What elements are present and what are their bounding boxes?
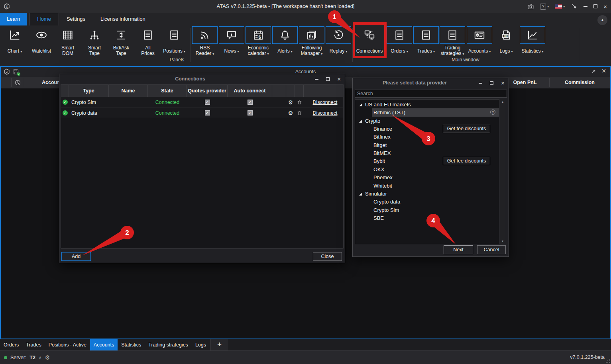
bottom-tab-orders[interactable]: Orders bbox=[0, 339, 22, 350]
dialog-maximize-button[interactable] bbox=[490, 81, 493, 85]
quotes-checkbox[interactable]: ✓ bbox=[187, 97, 228, 108]
pin-icon[interactable] bbox=[571, 3, 578, 10]
ribbon-button-statistics[interactable]: Statistics▾ bbox=[519, 26, 546, 63]
ribbon-button-all-prices[interactable]: AllPrices bbox=[135, 26, 161, 63]
ribbon-button-trades[interactable]: Trades▾ bbox=[413, 26, 439, 63]
tree-item-binance[interactable]: BinanceGet fee discounts bbox=[356, 125, 499, 133]
column-header-type[interactable]: Type bbox=[69, 85, 109, 97]
next-button[interactable]: Next bbox=[444, 245, 473, 254]
scroll-down-icon[interactable]: ▼ bbox=[500, 239, 505, 244]
tree-item-rithmic-tst[interactable]: Rithmic (TST)? bbox=[356, 109, 499, 117]
tree-item-sbe[interactable]: SBE bbox=[356, 214, 499, 222]
dialog-minimize-button[interactable] bbox=[315, 79, 318, 80]
menu-tab-license-information[interactable]: License information bbox=[93, 13, 153, 25]
disconnect-link[interactable]: Disconnect bbox=[304, 97, 346, 108]
dialog-maximize-button[interactable] bbox=[326, 77, 330, 81]
tree-expander-icon[interactable] bbox=[359, 103, 362, 106]
search-input[interactable] bbox=[355, 90, 507, 98]
cancel-button[interactable]: Cancel bbox=[477, 245, 506, 254]
ribbon-button-smart-dom[interactable]: SmartDOM bbox=[55, 26, 81, 63]
column-header-gear[interactable] bbox=[286, 85, 295, 97]
disconnect-link[interactable]: Disconnect bbox=[304, 108, 346, 118]
ribbon-button-trading-strategies[interactable]: Tradingstrategies▾ bbox=[439, 26, 466, 63]
maximize-button[interactable] bbox=[593, 4, 597, 8]
resize-grip[interactable] bbox=[605, 358, 610, 363]
ribbon-button-economic-calendar[interactable]: $Economiccalendar▾ bbox=[245, 26, 271, 63]
menu-tab-settings[interactable]: Settings bbox=[59, 13, 93, 25]
tree-item-crypto-data[interactable]: Crypto data bbox=[356, 198, 499, 206]
chevron-up-icon[interactable]: ∧ bbox=[39, 355, 41, 360]
bottom-tab-trades[interactable]: Trades bbox=[22, 339, 45, 350]
add-connection-button[interactable]: Add bbox=[61, 252, 91, 261]
get-fee-discounts-button[interactable]: Get fee discounts bbox=[443, 125, 490, 133]
ribbon-button-orders[interactable]: Orders▾ bbox=[386, 26, 413, 63]
tree-expander-icon[interactable] bbox=[359, 119, 362, 123]
screenshot-camera-icon[interactable] bbox=[527, 3, 534, 10]
auto-checkbox[interactable]: ✓ bbox=[228, 97, 272, 108]
panel-close-icon[interactable]: ✕ bbox=[601, 68, 606, 74]
tree-item-okx[interactable]: OKX bbox=[356, 166, 499, 174]
column-header-commission[interactable]: Commission bbox=[549, 77, 610, 88]
collapse-ribbon-button[interactable]: ▲ bbox=[597, 15, 607, 25]
save-layout-icon[interactable]: ✓ bbox=[12, 68, 20, 75]
ribbon-button-chart[interactable]: Chart▾ bbox=[2, 26, 28, 63]
language-flag-button[interactable]: ▾ bbox=[555, 4, 565, 9]
bottom-tab-accounts[interactable]: Accounts bbox=[90, 339, 118, 350]
close-dialog-button[interactable]: Close bbox=[313, 252, 342, 261]
settings-gear-icon[interactable]: ⚙ bbox=[45, 354, 50, 361]
help-menu-button[interactable]: ?▾ bbox=[540, 4, 549, 10]
column-header-state[interactable]: State bbox=[148, 85, 187, 97]
ribbon-button-news[interactable]: News▾ bbox=[218, 26, 245, 63]
panel-pin-icon[interactable] bbox=[591, 68, 597, 74]
delete-connection-trash-icon[interactable] bbox=[295, 108, 304, 118]
pie-chart-icon[interactable] bbox=[14, 79, 21, 86]
scrollbar[interactable]: ▲ ▼ bbox=[500, 99, 505, 244]
column-header-auto[interactable]: Auto connect bbox=[228, 85, 272, 97]
dialog-close-button[interactable]: × bbox=[337, 76, 341, 82]
ribbon-button-alerts[interactable]: Alerts▾ bbox=[272, 26, 298, 63]
ribbon-button-following-manager[interactable]: FollowingManager▾ bbox=[299, 26, 325, 63]
tree-item-crypto-sim[interactable]: Crypto Sim bbox=[356, 206, 499, 214]
ribbon-button-watchlist[interactable]: Watchlist bbox=[28, 26, 55, 63]
tree-item-bitfinex[interactable]: Bitfinex bbox=[356, 133, 499, 141]
ribbon-button-accounts[interactable]: Accounts▾ bbox=[466, 26, 493, 63]
tree-item-whitebit[interactable]: Whitebit bbox=[356, 182, 499, 190]
ribbon-button-connections[interactable]: Connections bbox=[354, 26, 385, 63]
bottom-tab-trading-strategies[interactable]: Trading strategies bbox=[145, 339, 192, 350]
auto-checkbox[interactable]: ✓ bbox=[228, 108, 272, 118]
column-header-trash[interactable] bbox=[295, 85, 304, 97]
column-header-action[interactable] bbox=[304, 85, 346, 97]
tree-item-us-and-eu-markets[interactable]: US and EU markets bbox=[356, 101, 499, 109]
ribbon-button-bid-ask-tape[interactable]: Bid/AskTape bbox=[108, 26, 134, 63]
add-tab-button[interactable]: + bbox=[210, 339, 228, 350]
menu-tab-home[interactable]: Home bbox=[29, 13, 59, 25]
ribbon-button-logs[interactable]: LOGLogs▾ bbox=[493, 26, 519, 63]
delete-connection-trash-icon[interactable] bbox=[295, 97, 304, 108]
bottom-tab-logs[interactable]: Logs bbox=[192, 339, 210, 350]
ribbon-button-replay[interactable]: Replay▾ bbox=[325, 26, 352, 63]
tree-item-crypto[interactable]: Crypto bbox=[356, 117, 499, 125]
scroll-up-icon[interactable]: ▲ bbox=[500, 99, 505, 105]
column-header-name[interactable]: Name bbox=[109, 85, 148, 97]
tree-item-phemex[interactable]: Phemex bbox=[356, 174, 499, 182]
ribbon-button-smart-tape[interactable]: SmartTape bbox=[81, 26, 108, 63]
connection-settings-gear-icon[interactable]: ⚙ bbox=[286, 108, 295, 118]
dialog-minimize-button[interactable] bbox=[479, 83, 482, 84]
connection-settings-gear-icon[interactable]: ⚙ bbox=[286, 97, 295, 108]
get-fee-discounts-button[interactable]: Get fee discounts bbox=[443, 157, 490, 165]
menu-tab-learn[interactable]: Learn bbox=[0, 13, 27, 25]
tree-expander-icon[interactable] bbox=[359, 192, 362, 196]
tree-item-bybit[interactable]: BybitGet fee discounts bbox=[356, 157, 499, 165]
tree-item-bitmex[interactable]: BitMEX bbox=[356, 149, 499, 157]
column-header-quotes[interactable]: Quotes provider bbox=[187, 85, 228, 97]
ribbon-button-positions[interactable]: Positions▾ bbox=[161, 26, 187, 63]
ribbon-button-rss-reader[interactable]: RSSReader▾ bbox=[192, 26, 218, 63]
dialog-close-button[interactable]: × bbox=[501, 80, 505, 86]
tree-item-simulator[interactable]: Simulator bbox=[356, 190, 499, 198]
close-button[interactable]: × bbox=[603, 4, 607, 10]
tree-item-bitget[interactable]: Bitget bbox=[356, 141, 499, 149]
bottom-tab-positions-active[interactable]: Positions - Active bbox=[45, 339, 90, 350]
quotes-checkbox[interactable]: ✓ bbox=[187, 108, 228, 118]
minimize-button[interactable] bbox=[583, 6, 587, 7]
bottom-tab-statistics[interactable]: Statistics bbox=[118, 339, 145, 350]
